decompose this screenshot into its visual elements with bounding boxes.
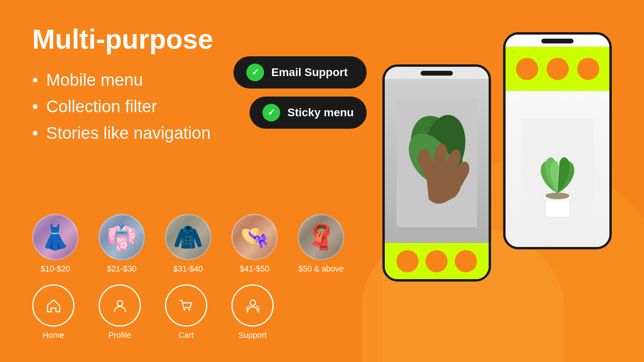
home-icon xyxy=(32,284,74,327)
badge-sticky-menu: ✓ Sticky menu xyxy=(250,97,367,129)
phone-left-notch xyxy=(421,71,453,76)
category-item-4[interactable]: 🧣 $50 & above xyxy=(298,214,344,274)
nav-item-support[interactable]: Support xyxy=(231,284,274,340)
badge-email-support: ✓ Email Support xyxy=(233,56,367,88)
check-icon-email: ✓ xyxy=(246,64,264,81)
category-label-4: $50 & above xyxy=(298,264,343,274)
category-label-3: $41-$50 xyxy=(240,264,269,274)
category-item-2[interactable]: 🧥 $31-$40 xyxy=(165,214,211,274)
phone-left-bottom-bar xyxy=(385,243,489,279)
category-circle-1: 👘 xyxy=(99,214,145,260)
svg-point-3 xyxy=(250,300,256,306)
phone-left-frame xyxy=(382,64,491,282)
category-label-0: $10-$20 xyxy=(41,264,70,274)
category-circle-2: 🧥 xyxy=(165,214,211,260)
top-circle-2 xyxy=(547,58,569,80)
nav-item-cart[interactable]: Cart xyxy=(165,284,207,340)
page-title: Multi-purpose xyxy=(32,24,282,54)
badges-area: ✓ Email Support ✓ Sticky menu xyxy=(233,56,367,137)
nav-label-profile: Profile xyxy=(108,331,131,340)
category-label-2: $31-$40 xyxy=(173,264,203,274)
badge-label-email-support: Email Support xyxy=(271,66,348,79)
nav-row: Home Profile Cart xyxy=(32,284,274,340)
phone-right-frame xyxy=(503,32,612,249)
check-icon-sticky: ✓ xyxy=(262,104,280,121)
top-circle-3 xyxy=(577,58,599,80)
category-item-0[interactable]: 👗 $10-$20 xyxy=(32,214,78,274)
support-icon xyxy=(231,284,274,327)
top-circle-1 xyxy=(516,58,538,80)
nav-label-cart: Cart xyxy=(179,331,194,340)
nav-label-support: Support xyxy=(238,331,266,340)
nav-item-home[interactable]: Home xyxy=(32,284,74,340)
categories-row: 👗 $10-$20 👘 $21-$30 🧥 $31-$40 👒 $41-$50 … xyxy=(32,214,344,274)
svg-point-11 xyxy=(545,193,570,199)
bottom-circle-1 xyxy=(396,250,419,272)
phone-right-notch xyxy=(541,39,574,43)
category-circle-4: 🧣 xyxy=(298,214,344,260)
svg-point-1 xyxy=(183,309,185,311)
feature-label-stories-navigation: Stories like navigation xyxy=(46,123,211,143)
phone-left-screen xyxy=(385,67,489,279)
bottom-circle-3 xyxy=(455,250,477,272)
category-item-3[interactable]: 👒 $41-$50 xyxy=(231,214,278,274)
phone-right-screen xyxy=(506,35,609,247)
category-item-1[interactable]: 👘 $21-$30 xyxy=(99,214,145,274)
feature-label-mobile-menu: Mobile menu xyxy=(46,70,143,90)
phone-left-image xyxy=(385,79,489,247)
category-circle-0: 👗 xyxy=(32,214,78,260)
cart-icon xyxy=(165,284,207,327)
phone-left xyxy=(382,64,491,282)
badge-label-sticky-menu: Sticky menu xyxy=(287,106,354,119)
svg-point-2 xyxy=(188,309,190,311)
category-label-1: $21-$30 xyxy=(107,264,136,274)
category-circle-3: 👒 xyxy=(231,214,278,260)
feature-label-collection-filter: Collection filter xyxy=(46,97,157,116)
phone-right-top-bar xyxy=(506,47,609,91)
nav-label-home: Home xyxy=(43,331,64,340)
bottom-circle-2 xyxy=(425,250,448,272)
phones-area xyxy=(382,32,612,282)
phone-right-plant xyxy=(506,91,609,247)
profile-icon xyxy=(99,284,141,327)
phone-right xyxy=(503,32,612,249)
svg-point-0 xyxy=(117,300,123,306)
nav-item-profile[interactable]: Profile xyxy=(99,284,141,340)
